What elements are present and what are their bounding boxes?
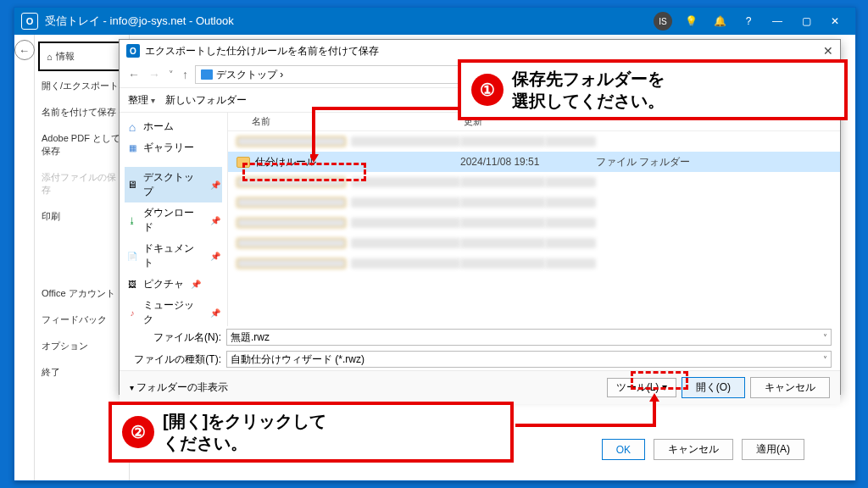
callout-1-text: 保存先フォルダーを 選択してください。 — [512, 68, 665, 112]
tree-music[interactable]: ミュージック📌 — [125, 295, 222, 326]
back-button[interactable]: ← — [14, 40, 35, 60]
tree-desktop[interactable]: デスクトップ📌 — [125, 167, 222, 202]
file-date: 2024/11/08 19:51 — [460, 156, 596, 168]
apply-button[interactable]: 適用(A) — [742, 439, 804, 460]
filename-row: ファイル名(N): 無題.rwz˅ — [120, 326, 840, 348]
tree-gallery[interactable]: ギャラリー — [125, 137, 222, 158]
callout-2: ② [開く]をクリックして ください。 — [108, 402, 514, 463]
nav-recent-icon[interactable]: ˅ — [167, 69, 175, 80]
open-button[interactable]: 開く(O) — [682, 377, 745, 398]
dialog-close-button[interactable]: ✕ — [823, 44, 833, 58]
filename-label: ファイル名(N): — [128, 330, 221, 345]
tree-home[interactable]: ホーム — [125, 116, 222, 137]
filename-input[interactable]: 無題.rwz˅ — [226, 329, 832, 346]
arrow-1 — [310, 103, 480, 171]
list-item[interactable]: xxxxxxxx — [228, 213, 840, 233]
ok-button[interactable]: OK — [602, 439, 645, 460]
file-type: ファイル フォルダー — [596, 155, 732, 169]
sidebar-item-open-export[interactable]: 開く/エクスポート — [35, 73, 129, 99]
dashed-highlight-row — [242, 163, 366, 181]
sidebar-item-print[interactable]: 印刷 — [35, 203, 129, 230]
nav-forward-icon[interactable]: → — [147, 68, 162, 81]
tree-pictures[interactable]: ピクチャ📌 — [125, 274, 222, 295]
nav-back-icon[interactable]: ← — [126, 68, 142, 81]
outlook-icon: O — [21, 13, 38, 30]
list-item[interactable]: xxxxxxxx — [228, 233, 840, 253]
sidebar-item-account[interactable]: Office アカウント — [35, 280, 129, 307]
callout-1: ① 保存先フォルダーを 選択してください。 — [458, 59, 848, 120]
titlebar: O 受信トレイ - info@jo-sys.net - Outlook IS 💡… — [14, 8, 855, 35]
organize-button[interactable]: 整理 — [128, 93, 155, 108]
tree-documents[interactable]: ドキュメント📌 — [125, 238, 222, 274]
window-title: 受信トレイ - info@jo-sys.net - Outlook — [45, 14, 654, 29]
sidebar-item-adobe-pdf[interactable]: Adobe PDF として保存 — [35, 125, 129, 164]
filetype-select[interactable]: 自動仕分けウィザード (*.rwz)˅ — [226, 351, 832, 368]
close-button[interactable]: ✕ — [821, 9, 849, 33]
desktop-icon — [201, 69, 213, 80]
callout-1-num: ① — [471, 74, 504, 106]
nav-up-icon[interactable]: ↑ — [181, 68, 190, 81]
sidebar-item-info[interactable]: ⌂情報 — [38, 42, 125, 71]
sidebar-item-exit[interactable]: 終了 — [35, 359, 129, 385]
sidebar-item-save-as[interactable]: 名前を付けて保存 — [35, 99, 129, 125]
breadcrumb[interactable]: デスクトップ › — [216, 68, 283, 82]
sidebar-item-options[interactable]: オプション — [35, 333, 129, 359]
user-avatar[interactable]: IS — [654, 12, 672, 30]
new-folder-button[interactable]: 新しいフォルダー — [165, 93, 247, 108]
sidebar-item-save-attachments: 添付ファイルの保存 — [35, 164, 129, 203]
help-icon[interactable]: ? — [735, 9, 762, 33]
cancel-button-outlook[interactable]: キャンセル — [654, 439, 733, 460]
folder-tree: ホーム ギャラリー デスクトップ📌 ダウンロード📌 ドキュメント📌 ピクチャ📌 … — [120, 113, 228, 326]
cancel-button[interactable]: キャンセル — [750, 377, 830, 398]
dialog-button-row: フォルダーの非表示 ツール(L) ▾ 開く(O) キャンセル — [120, 370, 840, 404]
hide-folders-toggle[interactable]: フォルダーの非表示 — [130, 380, 228, 395]
list-item[interactable]: xxxxxxxx — [228, 192, 840, 213]
maximize-button[interactable]: ▢ — [793, 9, 820, 33]
filetype-label: ファイルの種類(T): — [128, 352, 221, 367]
filetype-row: ファイルの種類(T): 自動仕分けウィザード (*.rwz)˅ — [120, 348, 840, 370]
dialog-icon: O — [126, 44, 140, 58]
tree-downloads[interactable]: ダウンロード📌 — [125, 202, 222, 238]
minimize-button[interactable]: — — [764, 9, 791, 33]
dashed-highlight-open — [631, 371, 688, 390]
lightbulb-icon[interactable]: 💡 — [677, 9, 704, 33]
callout-2-text: [開く]をクリックして ください。 — [163, 410, 326, 454]
back-rail: ← — [14, 35, 35, 480]
list-item[interactable]: xxxxxxxx — [228, 253, 840, 274]
dialog-title: エクスポートした仕分けルールを名前を付けて保存 — [145, 44, 379, 58]
callout-2-num: ② — [122, 416, 154, 448]
arrow-2 — [512, 390, 665, 432]
outlook-dialog-buttons: OK キャンセル 適用(A) — [602, 439, 804, 460]
speaker-icon[interactable]: 🔔 — [706, 9, 733, 33]
sidebar-item-feedback[interactable]: フィードバック — [35, 307, 129, 333]
